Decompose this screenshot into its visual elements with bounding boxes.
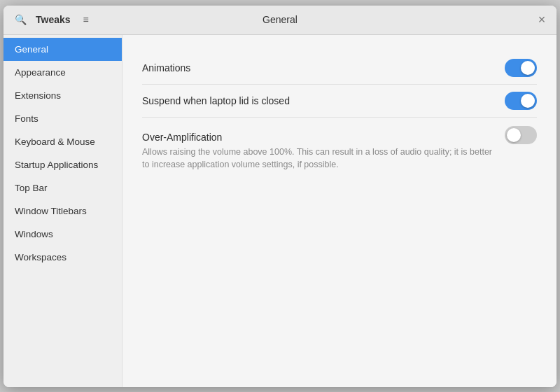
sidebar: General Appearance Extensions Fonts Keyb… [4, 35, 122, 387]
main-panel: Animations Suspend when laptop lid is cl… [122, 35, 556, 387]
animations-row: Animations [142, 52, 537, 84]
titlebar-center: General [262, 13, 298, 26]
suspend-lid-slider [505, 92, 537, 110]
sidebar-item-top-bar[interactable]: Top Bar [4, 176, 122, 200]
app-window: 🔍 Tweaks ≡ General × General Appearance … [4, 6, 556, 387]
hamburger-icon: ≡ [83, 14, 88, 25]
over-amplification-toggle[interactable] [505, 126, 537, 144]
over-amplification-row: Over-Amplification Allows raising the vo… [142, 118, 537, 186]
animations-label: Animations [142, 62, 190, 74]
suspend-lid-toggle[interactable] [505, 92, 537, 110]
over-amplification-title: Over-Amplification [142, 132, 493, 143]
menu-button[interactable]: ≡ [76, 10, 96, 29]
sidebar-item-workspaces[interactable]: Workspaces [4, 246, 122, 269]
sidebar-item-keyboard-mouse[interactable]: Keyboard & Mouse [4, 130, 122, 153]
close-icon: × [538, 13, 546, 26]
animations-toggle[interactable] [505, 59, 537, 77]
suspend-lid-row: Suspend when laptop lid is closed [142, 85, 537, 117]
over-amplification-slider [505, 126, 537, 144]
over-amplification-block: Over-Amplification Allows raising the vo… [142, 125, 493, 179]
window-title: General [262, 14, 298, 25]
search-icon: 🔍 [15, 14, 27, 25]
sidebar-item-window-titlebars[interactable]: Window Titlebars [4, 200, 122, 223]
content-area: General Appearance Extensions Fonts Keyb… [4, 35, 556, 387]
sidebar-item-windows[interactable]: Windows [4, 223, 122, 246]
sidebar-item-startup-applications[interactable]: Startup Applications [4, 153, 122, 176]
close-button[interactable]: × [536, 13, 548, 26]
over-amplification-desc: Allows raising the volume above 100%. Th… [142, 146, 493, 172]
app-title: Tweaks [36, 14, 71, 25]
sidebar-item-general[interactable]: General [4, 38, 122, 61]
titlebar-left: 🔍 Tweaks ≡ [10, 10, 130, 29]
titlebar: 🔍 Tweaks ≡ General × [4, 6, 556, 35]
sidebar-item-extensions[interactable]: Extensions [4, 84, 122, 107]
search-button[interactable]: 🔍 [10, 10, 30, 29]
animations-slider [505, 59, 537, 77]
sidebar-item-fonts[interactable]: Fonts [4, 107, 122, 130]
suspend-lid-label: Suspend when laptop lid is closed [142, 95, 290, 106]
sidebar-item-appearance[interactable]: Appearance [4, 61, 122, 84]
